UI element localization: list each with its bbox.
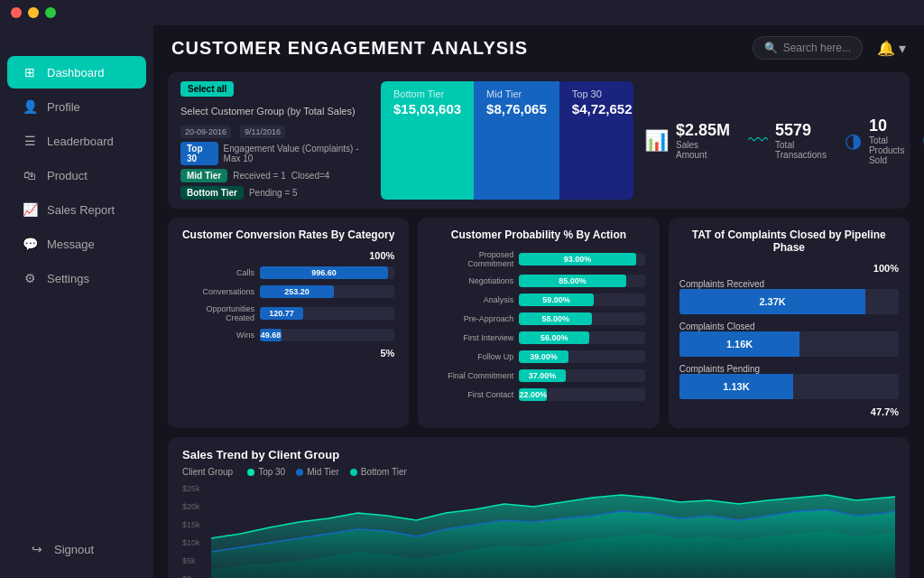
leaderboard-icon: ☰: [22, 134, 38, 148]
conversion-chart-card: Customer Conversion Rates By Category 10…: [168, 218, 409, 428]
prob-label-7: First Contact: [432, 390, 513, 399]
opportunities-label: Opportunities Created: [182, 304, 254, 322]
bottomtier-badge[interactable]: Bottom Tier: [180, 186, 244, 200]
sales-trend-title: Sales Trend by Client Group: [182, 448, 895, 461]
prob-bar-6: 37.00%: [519, 369, 644, 382]
prob-fill-7: 22.00%: [519, 388, 547, 401]
bell-icon: 🔔: [877, 40, 895, 57]
prob-label-3: Pre-Approach: [432, 314, 513, 323]
sidebar-label-profile: Profile: [47, 100, 80, 114]
conversations-label: Conversations: [182, 287, 254, 296]
header: CUSTOMER ENGAGEMENT ANALYSIS 🔍 Search he…: [153, 25, 924, 67]
top-tier-label: Top 30: [572, 89, 633, 99]
sidebar-item-settings[interactable]: ⚙ Settings: [7, 262, 146, 294]
search-box[interactable]: 🔍 Search here...: [753, 36, 863, 60]
calls-fill: 996.60: [260, 266, 388, 279]
received-label: Received = 1: [233, 171, 286, 181]
legend-dot-midtier: [296, 469, 303, 476]
bar-row-conversations: Conversations 253.20: [182, 285, 394, 298]
search-icon: 🔍: [764, 42, 778, 54]
sidebar-item-message[interactable]: 💬 Message: [7, 228, 146, 260]
engagement-label: Engagement Value (Complaints) - Max 10: [224, 144, 370, 163]
legend-group-label: Client Group: [182, 467, 233, 477]
conversion-chart-title: Customer Conversion Rates By Category: [179, 228, 398, 241]
prob-label-6: Final Commitment: [432, 371, 513, 380]
wins-bar: 49.68: [260, 329, 394, 341]
sidebar-item-profile[interactable]: 👤 Profile: [7, 90, 146, 123]
conversion-bottom-pct: 5%: [182, 348, 394, 359]
transactions-icon: 〰: [748, 129, 768, 153]
sidebar: ⊞ Dashboard 👤 Profile ☰ Leaderboard 🛍 Pr…: [0, 0, 153, 578]
probability-chart-title: Customer Probability % By Action: [429, 228, 648, 241]
sidebar-item-dashboard[interactable]: ⊞ Dashboard: [7, 56, 146, 89]
sidebar-item-leaderboard[interactable]: ☰ Leaderboard: [7, 125, 146, 157]
sidebar-label-message: Message: [47, 238, 95, 251]
sidebar-label-dashboard: Dashboard: [47, 66, 105, 79]
prob-row-7: First Contact 22.00%: [432, 388, 644, 401]
tat-bar-closed: 1.16K: [679, 331, 899, 357]
pending-label: Pending = 5: [249, 188, 298, 198]
conversion-top-pct: 100%: [182, 250, 394, 261]
group-label: Select Customer Group (by Total Sales): [180, 106, 356, 117]
legend-dot-top30: [247, 469, 254, 476]
tat-fill-received: 2.37K: [679, 289, 866, 314]
prob-label-0: Proposed Commitment: [432, 250, 513, 268]
calls-label: Calls: [182, 268, 254, 277]
prob-bar-5: 39.00%: [519, 350, 644, 363]
chevron-down-icon: ▾: [899, 40, 906, 57]
transactions-value: 5579: [775, 121, 827, 140]
maximize-dot[interactable]: [45, 7, 56, 18]
prob-row-3: Pre-Approach 58.00%: [432, 312, 644, 325]
products-label: Total Products Sold: [869, 135, 904, 165]
prob-bar-1: 85.00%: [519, 275, 644, 287]
date-badge-1: 20-09-2016: [180, 126, 231, 138]
prob-row-5: Follow Up 39.00%: [432, 350, 644, 363]
sidebar-bottom: ↪ Signout: [0, 520, 153, 578]
tat-chart-card: TAT of Complaints Closed by Pipeline Pha…: [669, 218, 910, 428]
midtier-badge[interactable]: Mid Tier: [180, 169, 227, 182]
tat-fill-closed: 1.16K: [679, 331, 800, 357]
sidebar-item-signout[interactable]: ↪ Signout: [14, 533, 139, 565]
wins-label: Wins: [182, 331, 254, 340]
dashboard-icon: ⊞: [22, 65, 38, 79]
prob-bar-4: 56.00%: [519, 331, 644, 344]
prob-fill-1: 85.00%: [519, 275, 625, 287]
close-dot[interactable]: [11, 7, 22, 18]
sidebar-label-signout: Signout: [54, 543, 94, 556]
tat-bar-received: 2.37K: [679, 289, 899, 314]
closed-label: Closed=4: [291, 171, 330, 181]
message-icon: 💬: [22, 237, 38, 251]
conversion-bar-chart: 100% Calls 996.60 Conversations: [179, 250, 398, 359]
signout-icon: ↪: [29, 542, 45, 556]
sidebar-item-product[interactable]: 🛍 Product: [7, 159, 146, 191]
legend-label-bottomtier: Bottom Tier: [361, 467, 407, 477]
wins-fill: 49.68: [260, 329, 282, 341]
select-all-button[interactable]: Select all: [180, 81, 234, 97]
main-area: CUSTOMER ENGAGEMENT ANALYSIS 🔍 Search he…: [153, 0, 924, 578]
prob-bar-3: 58.00%: [519, 312, 644, 325]
prob-bar-2: 59.00%: [519, 294, 644, 306]
tier-blocks: Bottom Tier $15,03,603 Mid Tier $8,76,06…: [381, 81, 633, 200]
top30-badge[interactable]: Top 30: [180, 142, 218, 165]
tat-bar-chart: 100% Complaints Received 2.37K Complaint…: [679, 263, 899, 417]
filter-panel: Select all Select Customer Group (by Tot…: [180, 81, 370, 200]
products-icon: ◑: [845, 129, 862, 153]
y-label-3: $10k: [182, 538, 211, 547]
tat-top-pct: 100%: [679, 263, 899, 274]
area-chart-svg: [211, 484, 895, 578]
tat-fill-pending: 1.13K: [679, 374, 794, 399]
prob-row-2: Analysis 59.00%: [432, 294, 644, 306]
sidebar-item-sales-report[interactable]: 📈 Sales Report: [7, 193, 146, 226]
top-tier-value: $4,72,652: [572, 101, 633, 117]
probability-chart-card: Customer Probability % By Action Propose…: [418, 218, 659, 428]
tat-row-received: Complaints Received 2.37K: [679, 279, 899, 314]
notification-area[interactable]: 🔔 ▾: [877, 40, 906, 57]
opportunities-bar: 120.77: [260, 307, 394, 320]
sidebar-label-leaderboard: Leaderboard: [47, 135, 114, 148]
tat-bar-pending: 1.13K: [679, 374, 899, 399]
minimize-dot[interactable]: [28, 7, 39, 18]
opportunities-fill: 120.77: [260, 307, 303, 320]
content-area: Select all Select Customer Group (by Tot…: [153, 67, 924, 578]
prob-row-0: Proposed Commitment 93.00%: [432, 250, 644, 268]
y-label-1: $20k: [182, 502, 211, 511]
